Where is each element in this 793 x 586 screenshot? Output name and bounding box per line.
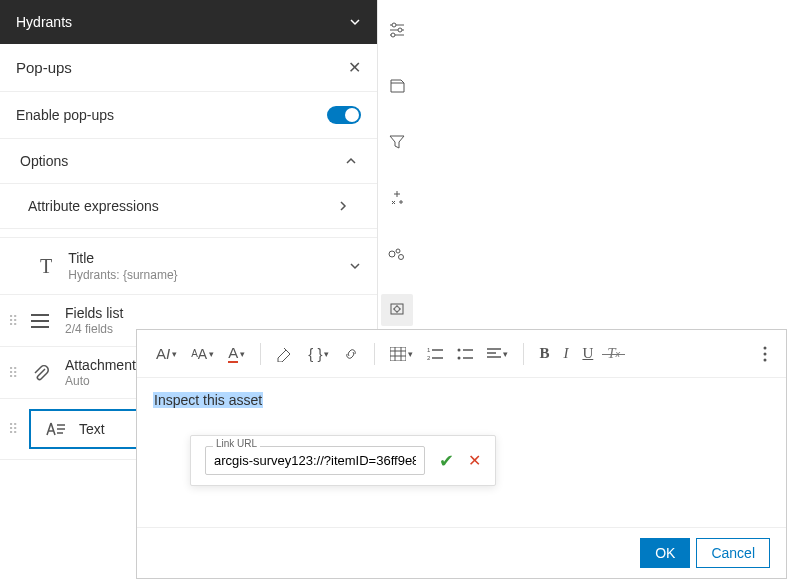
editor-selected-text: Inspect this asset	[153, 392, 263, 408]
chevron-down-icon	[349, 260, 361, 272]
drag-handle-icon[interactable]: ⠿	[8, 426, 19, 432]
popups-header-row: Pop-ups ✕	[0, 44, 377, 92]
svg-point-5	[399, 255, 404, 260]
numbered-list-button[interactable]: 12	[422, 343, 448, 365]
link-url-popup: Link URL ✔ ✕	[190, 435, 496, 486]
enable-popups-label: Enable pop-ups	[16, 107, 114, 123]
layer-name: Hydrants	[16, 14, 72, 30]
ok-button[interactable]: OK	[640, 538, 690, 568]
bold-button[interactable]: B	[534, 341, 554, 366]
popups-title: Pop-ups	[16, 59, 72, 76]
svg-point-11	[458, 348, 461, 351]
title-icon: T	[40, 255, 52, 278]
svg-text:2: 2	[427, 355, 431, 361]
sparkle-icon[interactable]	[381, 182, 413, 214]
chevron-right-icon	[337, 200, 349, 212]
popup-config-icon[interactable]	[381, 294, 413, 326]
options-label: Options	[20, 153, 68, 169]
editor-toolbar: AI▾ AA▾ A▾ { }▾ ▾ 12 ▾ B I U Tx	[137, 330, 786, 378]
editor-footer: OK Cancel	[137, 527, 786, 578]
attachment-icon	[29, 363, 53, 383]
enable-popups-toggle[interactable]	[327, 106, 361, 124]
link-button[interactable]	[338, 342, 364, 366]
confirm-link-icon[interactable]: ✔	[439, 450, 454, 472]
attribute-expressions-row[interactable]: Attribute expressions	[0, 184, 377, 229]
options-row[interactable]: Options	[0, 139, 377, 184]
item-label: Fields list	[65, 305, 361, 321]
cancel-link-icon[interactable]: ✕	[468, 451, 481, 470]
chevron-down-icon	[349, 16, 361, 28]
bullet-list-button[interactable]	[452, 343, 478, 365]
svg-point-15	[764, 358, 767, 361]
svg-point-2	[391, 33, 395, 37]
enable-popups-row: Enable pop-ups	[0, 92, 377, 139]
font-style-button[interactable]: AI▾	[151, 341, 182, 366]
svg-point-13	[764, 346, 767, 349]
clear-format-button[interactable]	[271, 342, 299, 366]
title-item-row[interactable]: T Title Hydrants: {surname}	[0, 237, 377, 295]
underline-button[interactable]: U	[577, 341, 598, 366]
cluster-icon[interactable]	[381, 238, 413, 270]
code-button[interactable]: { }▾	[303, 341, 334, 366]
svg-rect-8	[390, 347, 406, 361]
font-color-button[interactable]: A▾	[223, 340, 250, 367]
layer-icon[interactable]	[381, 70, 413, 102]
close-icon[interactable]: ✕	[348, 58, 361, 77]
svg-point-7	[395, 307, 400, 312]
fields-icon	[29, 312, 53, 330]
title-label: Title	[68, 250, 349, 266]
more-button[interactable]	[758, 342, 772, 366]
text-icon	[43, 421, 67, 437]
link-url-input[interactable]	[205, 446, 425, 475]
align-button[interactable]: ▾	[482, 344, 513, 364]
svg-text:1: 1	[427, 347, 431, 353]
strikethrough-button[interactable]: Tx	[602, 341, 625, 366]
link-url-label: Link URL	[213, 438, 260, 449]
drag-handle-icon[interactable]: ⠿	[8, 318, 19, 324]
title-subtitle: Hydrants: {surname}	[68, 268, 349, 282]
sliders-icon[interactable]	[381, 14, 413, 46]
table-button[interactable]: ▾	[385, 343, 418, 365]
svg-point-12	[458, 356, 461, 359]
italic-button[interactable]: I	[558, 341, 573, 366]
layer-header[interactable]: Hydrants	[0, 0, 377, 44]
drag-handle-icon[interactable]: ⠿	[8, 370, 19, 376]
svg-point-1	[398, 28, 402, 32]
font-size-button[interactable]: AA▾	[186, 342, 219, 366]
right-toolbar	[378, 0, 416, 382]
svg-point-3	[389, 251, 395, 257]
cancel-button[interactable]: Cancel	[696, 538, 770, 568]
attr-expr-label: Attribute expressions	[28, 198, 159, 214]
svg-point-4	[396, 249, 400, 253]
chevron-up-icon	[345, 155, 357, 167]
svg-point-14	[764, 352, 767, 355]
filter-icon[interactable]	[381, 126, 413, 158]
svg-point-0	[392, 23, 396, 27]
